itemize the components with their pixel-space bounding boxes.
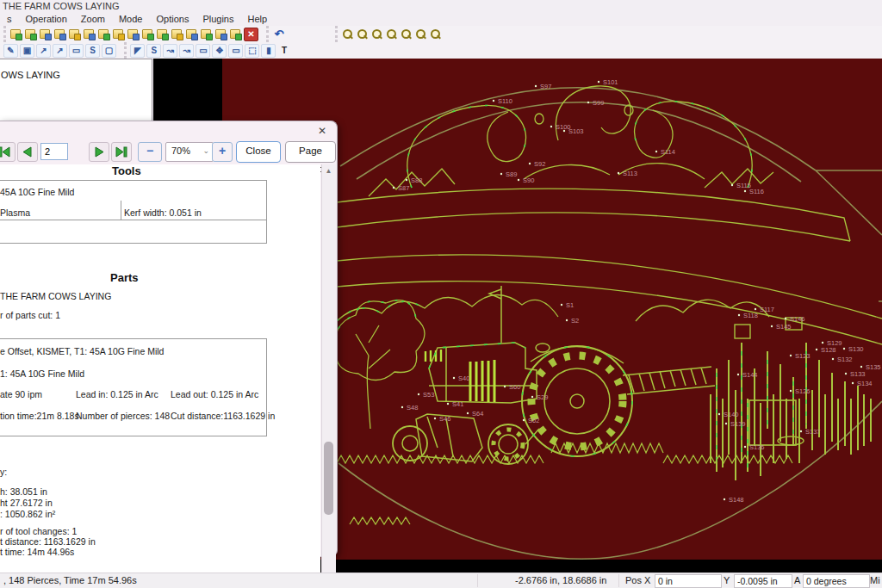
- menu-zoom[interactable]: Zoom: [74, 13, 112, 26]
- lower-part-icon[interactable]: [156, 28, 169, 40]
- dialog-close-icon[interactable]: ✕: [314, 124, 330, 138]
- zoom-sheet-icon[interactable]: [429, 28, 442, 40]
- zoom-drawing-icon[interactable]: [414, 28, 427, 40]
- move-origin-icon[interactable]: ↗: [36, 44, 51, 58]
- angle-field[interactable]: 0 degrees: [803, 574, 870, 588]
- menu-plugins[interactable]: Plugins: [196, 13, 240, 26]
- part-label: S133: [850, 370, 866, 378]
- part-label: S113: [623, 170, 637, 177]
- text-tool-icon[interactable]: T: [277, 45, 290, 57]
- pierce-point: [418, 393, 419, 395]
- next-page-button[interactable]: [89, 142, 109, 162]
- scroll-thumb[interactable]: [324, 442, 333, 515]
- show-material-icon[interactable]: ▢: [102, 44, 116, 58]
- add-part-icon[interactable]: [112, 28, 125, 40]
- part-label: S146: [790, 315, 805, 323]
- zoom-in-button[interactable]: +: [212, 142, 233, 162]
- part-list-item[interactable]: OWS LAYING: [0, 59, 152, 80]
- lead-in: Lead in: 0.125 in Arc: [76, 389, 158, 399]
- pos-x-field[interactable]: 0 in: [655, 574, 722, 588]
- paste-part-icon[interactable]: [97, 28, 110, 40]
- first-page-button[interactable]: [0, 142, 16, 162]
- pierce-point: [852, 382, 854, 384]
- zoom-out-icon[interactable]: [356, 28, 369, 40]
- zoom-toolbar-group: [335, 26, 443, 42]
- feed-rate: ate 90 ipm: [0, 389, 42, 399]
- part-label: S126: [795, 387, 811, 395]
- clipped-status-label: Mi: [870, 575, 880, 585]
- rotate-part-icon[interactable]: ↗: [53, 44, 67, 58]
- pos-y-field[interactable]: -0.0095 in: [734, 574, 792, 588]
- nest-parts-icon[interactable]: [214, 28, 227, 40]
- edit-part-icon[interactable]: [39, 28, 52, 40]
- import-part-icon[interactable]: [24, 28, 37, 40]
- page-setup-button[interactable]: Page Setup: [285, 141, 336, 163]
- zoom-in-icon[interactable]: [341, 28, 354, 40]
- part-label: S118: [743, 312, 758, 319]
- raise-part-icon[interactable]: [141, 28, 154, 40]
- pierce-count: Number of pierces: 148: [76, 411, 170, 421]
- summary-area: : 1050.862 in²: [0, 509, 55, 519]
- summary-time: t time: 14m 44.96s: [0, 547, 74, 557]
- part-label: S145: [776, 323, 792, 331]
- part-label: S2: [571, 317, 579, 325]
- run-post-processor-icon[interactable]: [9, 28, 22, 40]
- move-part-tool-icon[interactable]: ✥: [212, 44, 227, 58]
- cut-order-tool-icon[interactable]: ↝: [179, 44, 194, 58]
- part-label: S87: [398, 184, 409, 192]
- part-label: S89: [506, 170, 517, 178]
- contour-edit-icon[interactable]: ✎: [3, 44, 18, 58]
- close-button[interactable]: Close: [236, 141, 281, 163]
- menu-s[interactable]: s: [0, 13, 19, 26]
- copy-part-icon[interactable]: [83, 28, 96, 40]
- part-label: S139: [730, 420, 746, 428]
- zoom-part-icon[interactable]: [370, 28, 383, 40]
- undo-icon[interactable]: ↶: [272, 28, 285, 40]
- pierce-point: [790, 355, 792, 356]
- pierce-point: [843, 348, 845, 350]
- array-copy-icon[interactable]: [200, 28, 213, 40]
- set-start-point-icon[interactable]: S: [85, 44, 100, 58]
- zoom-level-select[interactable]: 70% ⌄: [165, 142, 214, 162]
- menu-help[interactable]: Help: [240, 13, 274, 26]
- page-number-input[interactable]: 2: [40, 143, 68, 160]
- start-point-tool-icon[interactable]: S: [146, 44, 161, 58]
- preview-scrollbar[interactable]: ▲ ▼: [321, 164, 336, 588]
- zoom-all-icon[interactable]: [385, 28, 398, 40]
- menu-options[interactable]: Options: [149, 13, 196, 26]
- previous-page-button[interactable]: [17, 142, 38, 162]
- summary-width: h: 38.051 in: [0, 486, 47, 497]
- sheet-options-icon[interactable]: [229, 28, 242, 40]
- contour-select-tool-icon[interactable]: ▭: [196, 44, 210, 58]
- zoom-window-icon[interactable]: [400, 28, 413, 40]
- snap-tool-icon[interactable]: ▮: [261, 44, 276, 58]
- menu-operation[interactable]: Operation: [19, 13, 74, 26]
- summary-distance: t distance: 1163.1629 in: [0, 536, 96, 547]
- cut-direction-tool-icon[interactable]: ↝: [163, 44, 177, 58]
- ungroup-parts-icon[interactable]: [185, 28, 198, 40]
- scroll-up-icon[interactable]: ▲: [323, 164, 334, 177]
- part-label: S60: [509, 383, 520, 391]
- pan-view-icon[interactable]: ▭: [69, 44, 84, 58]
- show-sheet-tool-icon[interactable]: ▭: [228, 44, 243, 58]
- select-tool-icon[interactable]: ◤: [130, 44, 145, 58]
- part-label: S130: [848, 345, 864, 353]
- part-label: S1: [566, 301, 574, 309]
- zoom-out-button[interactable]: −: [138, 142, 162, 162]
- duplicate-part-icon[interactable]: [68, 28, 81, 40]
- last-page-button[interactable]: [111, 142, 132, 162]
- pierce-point: [500, 173, 502, 175]
- pierce-point: [406, 179, 407, 181]
- part-label: S144: [742, 371, 758, 379]
- delete-part-icon[interactable]: ✕: [244, 28, 258, 41]
- pierce-point: [598, 81, 599, 83]
- pierce-point: [860, 366, 862, 368]
- part-options-icon[interactable]: [53, 28, 66, 40]
- group-parts-icon[interactable]: [171, 28, 183, 40]
- pierce-point: [785, 318, 786, 319]
- rubber-band-tool-icon[interactable]: ⬚: [245, 44, 259, 58]
- chevron-down-icon: ⌄: [202, 143, 209, 159]
- remove-part-icon[interactable]: [127, 28, 140, 40]
- menu-mode[interactable]: Mode: [112, 13, 150, 26]
- node-edit-icon[interactable]: ▣: [20, 44, 34, 58]
